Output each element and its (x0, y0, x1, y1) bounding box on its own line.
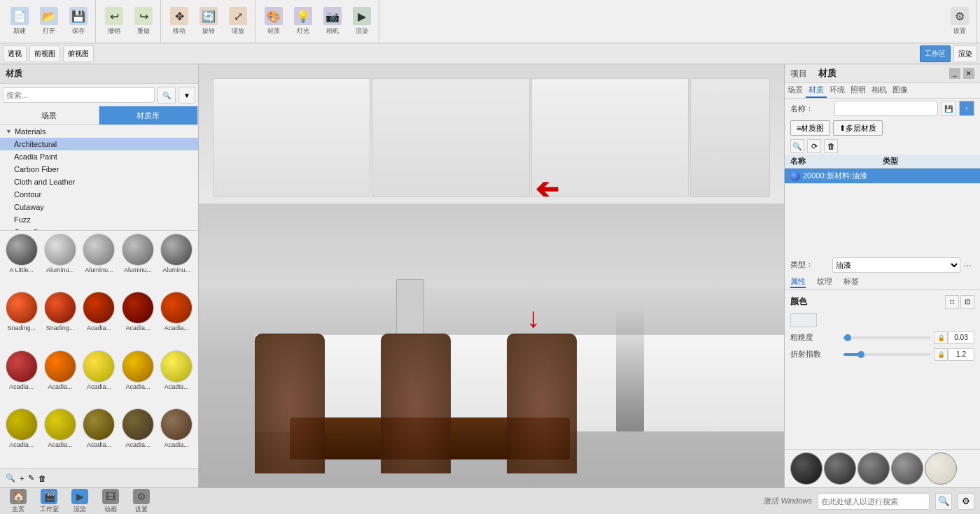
btn-undo[interactable]: ↩ 撤销 (100, 3, 128, 40)
view-btn-3[interactable]: 俯视图 (63, 45, 94, 62)
btn-rotate[interactable]: 🔄 旋转 (195, 3, 223, 40)
mat-item-19[interactable]: Acadia... (119, 408, 156, 465)
mat-item-14[interactable]: Acadia... (119, 350, 156, 407)
mat-item-3[interactable]: Aluminu... (80, 234, 118, 290)
btn-save[interactable]: 💾 保存 (64, 3, 92, 40)
color-swatch-btn[interactable] (790, 313, 817, 327)
filter-btn[interactable]: ▼ (178, 87, 195, 103)
btn-material[interactable]: 🎨 材质 (260, 3, 288, 40)
preview-ball-1[interactable] (790, 452, 822, 485)
mat-item-17[interactable]: Acadia... (41, 408, 78, 465)
btn-scale[interactable]: ⤢ 缩放 (224, 3, 252, 40)
bottom-settings-btn[interactable]: ⚙ (958, 493, 974, 510)
bottom-icon-studio[interactable]: 🎬 工作室 (36, 489, 62, 514)
preview-ball-4[interactable] (891, 452, 923, 485)
list-icon-2[interactable]: ⟳ (807, 139, 821, 153)
bottom-search-input[interactable] (818, 493, 930, 510)
mat-item-6[interactable]: Snading... (3, 292, 40, 348)
btn-open[interactable]: 📂 打开 (35, 3, 63, 40)
name-input[interactable]: Plastic-02 (834, 101, 938, 116)
sidebar-icon-2[interactable]: + (20, 474, 24, 483)
mat-item-11[interactable]: Acadia... (3, 350, 40, 407)
mat-item-18[interactable]: Acadia... (80, 408, 118, 465)
view-btn-2[interactable]: 前视图 (29, 45, 60, 62)
apply-icon-btn[interactable]: ↑ (959, 101, 974, 116)
sidebar-tab-scene[interactable]: 场景 (0, 106, 99, 124)
mat-item-7[interactable]: Snading... (41, 292, 78, 348)
tree-item-acadia[interactable]: Acadia Paint (0, 150, 198, 163)
mat-item-5[interactable]: Aluminu... (158, 234, 195, 290)
multi-layer-btn[interactable]: ⬆多层材质 (833, 120, 883, 136)
refraction-lock-btn[interactable]: 🔒 (934, 348, 948, 361)
btn-settings[interactable]: ⚙ 设置 (946, 3, 974, 40)
mat-item-9[interactable]: Acadia... (119, 292, 156, 348)
panel-minimize-btn[interactable]: _ (949, 68, 960, 79)
mat-ball-4 (122, 234, 154, 266)
mat-item-13[interactable]: Acadia... (80, 350, 118, 407)
sidebar-icon-3[interactable]: ✎ (28, 473, 34, 483)
mat-item-16[interactable]: Acadia... (3, 408, 40, 465)
workspace-btn[interactable]: 工作区 (920, 45, 951, 62)
color-icon-1[interactable]: □ (945, 295, 959, 309)
btn-new[interactable]: 📄 新建 (6, 3, 34, 40)
btn-render[interactable]: ▶ 渲染 (348, 3, 376, 40)
roughness-lock-btn[interactable]: 🔒 (934, 331, 948, 344)
refraction-slider[interactable] (844, 353, 931, 356)
tree-item-label: Fuzz (14, 215, 31, 224)
type-select[interactable]: 油漆 金属 玻璃 (832, 257, 960, 273)
mat-list-item-1[interactable]: 20000:新材料:油漆 (785, 169, 980, 184)
btn-move[interactable]: ✥ 移动 (165, 3, 193, 40)
mat-item-12[interactable]: Acadia... (41, 350, 78, 407)
tree-item-materials[interactable]: ▼ Materials (0, 125, 198, 138)
mat-item-1[interactable]: A Little... (3, 234, 40, 290)
mat-item-15[interactable]: Acadia... (158, 350, 195, 407)
btn-light[interactable]: 💡 灯光 (289, 3, 317, 40)
bottom-icon-render[interactable]: ▶ 渲染 (67, 489, 92, 514)
roughness-slider[interactable] (844, 336, 931, 339)
tree-item-carbon[interactable]: Carbon Fiber (0, 163, 198, 176)
mat-icon-btn[interactable]: ≡材质图 (790, 120, 830, 136)
panel-close-btn[interactable]: ✕ (963, 68, 974, 79)
render-btn-2[interactable]: 渲染 (953, 45, 977, 62)
mat-item-20[interactable]: Acadia... (158, 408, 195, 465)
mat-item-10[interactable]: Acadia... (158, 292, 195, 348)
type-more-btn[interactable]: ··· (960, 259, 974, 271)
list-icon-1[interactable]: 🔍 (790, 139, 804, 153)
sidebar-icon-4[interactable]: 🗑 (38, 474, 46, 483)
faucet (396, 279, 424, 335)
tab-camera[interactable]: 相机 (869, 83, 890, 98)
mat-item-2[interactable]: Aluminu... (41, 234, 78, 290)
preview-ball-5[interactable] (925, 452, 957, 485)
tab-material[interactable]: 材质 (806, 83, 827, 98)
bottom-search-btn[interactable]: 🔍 (935, 493, 952, 510)
tree-item-contour[interactable]: Contour (0, 188, 198, 201)
bottom-icon-home[interactable]: 🏠 主页 (6, 489, 31, 514)
sidebar-icon-1[interactable]: 🔍 (6, 473, 15, 483)
sidebar-search-input[interactable] (3, 87, 155, 103)
mat-item-8[interactable]: Acadia... (80, 292, 118, 348)
search-icon-btn[interactable]: 🔍 (158, 87, 176, 103)
list-icon-3[interactable]: 🗑 (824, 139, 838, 153)
save-icon-btn[interactable]: 💾 (941, 101, 956, 116)
tab-scene[interactable]: 场景 (785, 83, 806, 98)
tab-lighting[interactable]: 照明 (848, 83, 869, 98)
tab-env[interactable]: 环境 (827, 83, 848, 98)
tree-item-fuzz[interactable]: Fuzz (0, 213, 198, 226)
tab-image[interactable]: 图像 (890, 83, 911, 98)
btn-camera[interactable]: 📷 相机 (318, 3, 346, 40)
view-btn-1[interactable]: 透视 (3, 45, 27, 62)
tree-item-architectural[interactable]: Architectural (0, 138, 198, 150)
preview-ball-3[interactable] (858, 452, 890, 485)
sidebar-tab-library[interactable]: 材质库 (99, 106, 199, 124)
bottom-icon-settings[interactable]: ⚙ 设置 (129, 489, 154, 514)
attr-tab-properties[interactable]: 属性 (790, 276, 806, 288)
btn-redo[interactable]: ↪ 重做 (130, 3, 158, 40)
attr-tab-tags[interactable]: 标签 (844, 276, 859, 288)
tree-item-cutaway[interactable]: Cutaway (0, 201, 198, 213)
mat-item-4[interactable]: Aluminu... (119, 234, 156, 290)
attr-tab-texture[interactable]: 纹理 (817, 276, 832, 288)
preview-ball-2[interactable] (824, 452, 856, 485)
bottom-icon-anim[interactable]: 🎞 动画 (98, 489, 123, 514)
tree-item-cloth[interactable]: Cloth and Leather (0, 176, 198, 188)
color-icon-2[interactable]: ⊡ (960, 295, 974, 309)
